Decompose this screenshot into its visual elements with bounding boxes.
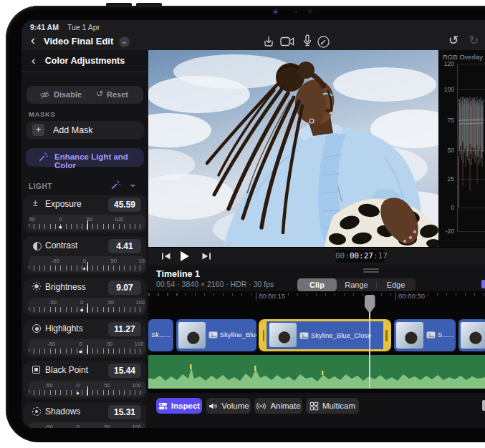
tick-label: -50 xyxy=(45,424,53,428)
light-wand-icon[interactable] xyxy=(110,180,121,190)
trim-handle-right[interactable] xyxy=(383,321,389,349)
inspect-icon xyxy=(158,401,168,411)
slider-value[interactable]: 4.41 xyxy=(108,239,141,253)
tick-label: -50 xyxy=(49,299,57,306)
clip-5[interactable] xyxy=(458,319,485,351)
timecode-display[interactable]: 00:00:27:17 xyxy=(335,250,385,263)
undo-icon[interactable]: ↺ xyxy=(448,33,458,48)
tick-label: 100 xyxy=(132,424,141,428)
slider-label: Shadows xyxy=(45,406,80,417)
color-adjustments-panel: ‹ Color Adjustments Disable ↺ Reset MASK… xyxy=(21,50,148,428)
tick-label: 100 xyxy=(135,341,144,347)
slider-value[interactable]: 9.07 xyxy=(108,281,141,295)
project-menu-chevron-icon[interactable]: ⌄ xyxy=(119,36,130,47)
value-cursor xyxy=(87,303,89,313)
slider-value[interactable]: 11.27 xyxy=(108,322,141,336)
slider-exposure: ± Exposure 45.59 -50 0 50 100 xyxy=(24,195,146,233)
mode-range[interactable]: Range xyxy=(337,278,376,291)
drag-handle[interactable] xyxy=(363,268,379,270)
zero-dot xyxy=(80,309,83,312)
volume-label: Volume xyxy=(221,401,249,410)
light-section-label: LIGHT xyxy=(29,182,52,190)
timeline-ruler-ticks[interactable] xyxy=(148,293,485,296)
enhance-button[interactable]: Enhance Light and Color xyxy=(26,148,144,167)
mode-clip[interactable]: Clip xyxy=(297,278,337,291)
slider-ruler[interactable]: -50 0 50 100 xyxy=(29,339,145,355)
scope-tick-50: 50 xyxy=(438,147,454,154)
slider-ruler[interactable]: -50 0 50 100 xyxy=(29,298,145,313)
timeline-name[interactable]: Timeline 1 xyxy=(156,269,200,279)
next-frame-icon[interactable] xyxy=(201,252,211,260)
edit-mode-control: Clip Range Edge xyxy=(297,278,416,291)
timeline-meta: 00:54 · 3840 × 2160 · HDR · 30 fps xyxy=(156,280,274,288)
volume-button-2 xyxy=(136,3,162,6)
light-collapse-chevron-icon[interactable]: ⌄ xyxy=(129,178,137,189)
tick-label: 100 xyxy=(135,299,145,306)
disable-reset-group: Disable ↺ Reset xyxy=(27,86,143,104)
play-icon[interactable] xyxy=(179,250,190,262)
timecode-frames: :17 xyxy=(373,251,388,260)
clip-3-selected[interactable]: Skyline_Blue_Close xyxy=(259,319,391,351)
clip-2[interactable]: Skyline_Blue_Wide xyxy=(176,319,256,351)
multicam-button[interactable]: Multicam xyxy=(306,398,359,414)
clipped-right-icon[interactable] xyxy=(482,400,485,411)
audio-waveform xyxy=(148,355,485,389)
clipped-edge-button[interactable] xyxy=(481,280,485,288)
clip-thumbnail xyxy=(269,323,297,347)
plus-icon: + xyxy=(32,124,44,136)
microphone-icon[interactable] xyxy=(302,34,312,47)
sensor-dot xyxy=(295,11,297,13)
zero-dot xyxy=(80,351,82,354)
slider-ruler[interactable]: -50 0 50 100 xyxy=(29,215,145,230)
animate-button[interactable]: Animate xyxy=(254,398,302,414)
export-icon[interactable] xyxy=(262,35,275,48)
slider-ruler[interactable]: -50 0 50 100 xyxy=(29,381,145,396)
gridline xyxy=(457,64,485,64)
project-title[interactable]: Video Final Edit xyxy=(44,36,113,47)
mode-edge[interactable]: Edge xyxy=(376,278,416,291)
scope-tick-25: 25 xyxy=(438,175,454,182)
redo-icon[interactable]: ↻ xyxy=(469,33,479,48)
masks-section-label: MASKS xyxy=(29,110,55,118)
tick-label: -50 xyxy=(52,258,59,264)
tick-label: -50 xyxy=(29,216,35,223)
tick-label: 0 xyxy=(59,216,62,223)
animate-label: Animate xyxy=(270,401,300,410)
disable-button[interactable]: Disable xyxy=(54,90,82,99)
contrast-icon xyxy=(33,242,42,250)
audio-track[interactable] xyxy=(148,355,485,389)
volume-button[interactable]: Volume xyxy=(206,398,251,414)
back-icon[interactable]: ‹ xyxy=(31,34,35,47)
slider-value[interactable]: 45.59 xyxy=(108,198,141,212)
slider-value[interactable]: 15.31 xyxy=(108,405,141,419)
reset-button[interactable]: Reset xyxy=(107,90,128,99)
record-camera-icon[interactable] xyxy=(280,36,294,47)
slider-ruler[interactable]: -50 0 50 100 xyxy=(29,256,145,272)
tick-label: 0 xyxy=(77,424,80,428)
eye-slash-icon xyxy=(39,90,50,99)
screenshot-root: 9:41 AM Tue 1 Apr ‹ Video Final Edit ⌄ xyxy=(0,0,485,448)
clip-1[interactable]: Sk...... xyxy=(148,319,173,351)
clip-4[interactable]: S...... xyxy=(394,319,456,351)
trim-handle-left[interactable] xyxy=(261,321,266,349)
video-frame-image xyxy=(148,50,438,247)
inspect-button[interactable]: Inspect xyxy=(156,398,202,414)
video-viewer[interactable] xyxy=(148,50,438,247)
tick-label: 50 xyxy=(105,382,110,389)
brightness-sun-icon xyxy=(32,281,42,291)
previous-frame-icon[interactable] xyxy=(161,252,171,260)
gridline xyxy=(457,208,485,208)
clip-thumbnail xyxy=(178,322,206,349)
drag-handle[interactable] xyxy=(363,271,379,273)
clip-thumbnail xyxy=(461,322,485,349)
animate-ripple-icon xyxy=(256,401,266,411)
playhead-handle[interactable] xyxy=(365,295,375,313)
slider-value[interactable]: 15.44 xyxy=(108,364,141,378)
add-mask-button[interactable]: + Add Mask xyxy=(26,121,144,140)
sensor-dot-2 xyxy=(308,9,312,14)
divider xyxy=(85,90,85,99)
slider-label: Black Point xyxy=(45,365,88,375)
pencil-tools-icon[interactable] xyxy=(317,35,330,49)
slider-ruler[interactable]: -50 0 50 100 xyxy=(29,422,145,428)
clip-label: S...... xyxy=(438,331,453,339)
